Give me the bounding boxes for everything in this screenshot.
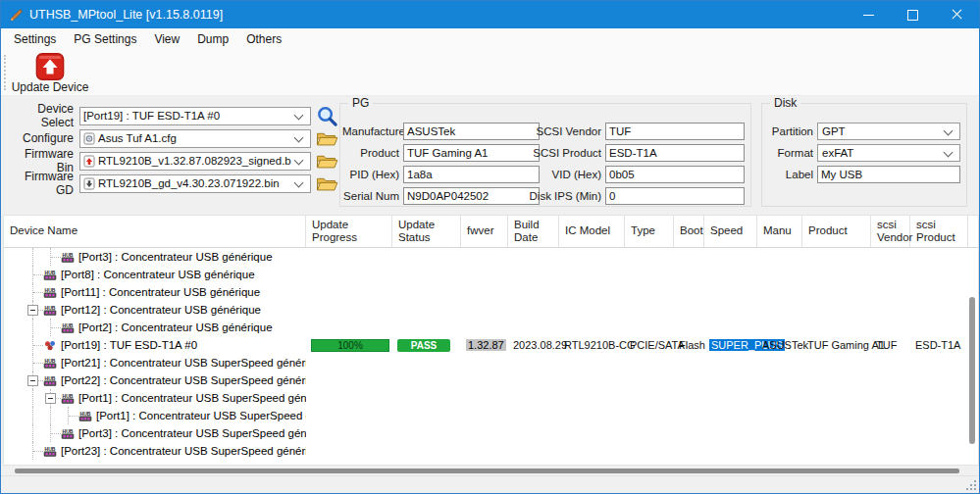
column-header-build-date[interactable]: Build Date — [508, 216, 559, 247]
tree-row[interactable]: HUB[Port12] : Concentrateur USB génériqu… — [4, 301, 978, 319]
device-name-label: [Port22] : Concentrateur USB SuperSpeed … — [61, 374, 306, 386]
close-icon[interactable] — [935, 1, 979, 28]
update-device-button[interactable]: Update Device — [10, 51, 90, 96]
firmware-gd-browse-button[interactable] — [316, 175, 338, 192]
vertical-scrollbar[interactable] — [967, 248, 977, 463]
device-name-label: [Port1] : Concentrateur USB SuperSpeed g… — [96, 410, 306, 421]
tree-row[interactable]: [Port19] : TUF ESD-T1A #0100%PASS1.32.87… — [4, 336, 978, 354]
hub-icon: HUB — [61, 392, 75, 405]
scsi-vendor-field[interactable] — [605, 123, 745, 140]
tree-connector — [69, 416, 78, 417]
device-name-cell: HUB[Port12] : Concentrateur USB génériqu… — [4, 301, 306, 319]
hub-icon: HUB — [43, 374, 57, 387]
hub-icon: HUB — [61, 427, 75, 440]
configure-combo[interactable]: Asus Tuf A1.cfg — [79, 129, 311, 148]
column-header-scsi-vendor[interactable]: scsi Vendor — [871, 216, 910, 247]
maximize-icon[interactable] — [891, 1, 935, 28]
fwver-chip: 1.32.87 — [466, 339, 506, 351]
column-header-manu[interactable]: Manu — [757, 216, 802, 247]
format-combo[interactable]: exFAT — [817, 144, 960, 162]
collapse-expander-icon[interactable] — [27, 375, 38, 386]
menu-item-settings[interactable]: Settings — [5, 28, 65, 50]
tree-connector — [51, 327, 61, 328]
folder-icon — [316, 175, 338, 192]
horizontal-scrollbar-thumb[interactable] — [15, 469, 959, 473]
column-header-fwver[interactable]: fwver — [461, 216, 508, 247]
tree-row[interactable]: HUB[Port3] : Concentrateur USB générique — [4, 248, 978, 266]
configure-label: Configure — [5, 131, 74, 145]
column-header-ic-model[interactable]: IC Model — [559, 216, 625, 247]
tree-line — [32, 319, 33, 336]
device-name-label: [Port8] : Concentrateur USB générique — [61, 269, 255, 280]
menu-item-others[interactable]: Others — [237, 28, 290, 50]
vid-hex-field[interactable] — [605, 166, 745, 183]
device-name-cell: HUB[Port23] : Concentrateur USB SuperSpe… — [4, 442, 306, 460]
tree-indent — [26, 371, 43, 389]
firmware-gd-combo[interactable]: RTL9210B_gd_v4.30.23.071922.bin — [79, 174, 311, 193]
tree-indent — [43, 424, 61, 442]
resize-grip-icon[interactable] — [965, 479, 976, 490]
hub-icon: HUB — [61, 321, 75, 334]
tree-row[interactable]: HUB[Port22] : Concentrateur USB SuperSpe… — [4, 371, 978, 389]
scsi-product-label: SCSI Product — [517, 144, 601, 162]
firmware-bin-browse-button[interactable] — [316, 153, 338, 170]
menu-item-pg-settings[interactable]: PG Settings — [65, 28, 145, 50]
column-header-boot[interactable]: Boot — [674, 216, 704, 247]
device-name-label: [Port19] : TUF ESD-T1A #0 — [61, 339, 197, 351]
column-header-device-name[interactable]: Device Name — [4, 216, 306, 247]
chevron-down-icon — [944, 147, 954, 157]
collapse-expander-icon[interactable] — [27, 305, 38, 316]
tree-row[interactable]: HUB[Port21] : Concentrateur USB SuperSpe… — [4, 354, 978, 371]
firmware-bin-row: Firmware BinRTL9210B_v1.32.87.082923_sig… — [5, 151, 338, 171]
tree-row[interactable]: HUB[Port2] : Concentrateur USB générique — [4, 319, 978, 336]
tree-indent — [26, 301, 43, 319]
column-header-scsi-product[interactable]: scsi Product — [910, 216, 968, 247]
pg-groupbox: PG ManufacturerProductPID (Hex)Serial Nu… — [339, 103, 751, 207]
collapse-expander-icon[interactable] — [45, 393, 56, 404]
chevron-down-icon — [294, 155, 304, 165]
chevron-down-icon — [294, 132, 304, 142]
window-title: UTHSB_MPtool_Lite [v1.15.8.0119] — [29, 8, 223, 22]
svg-text:HUB: HUB — [45, 286, 56, 292]
vertical-scrollbar-thumb[interactable] — [969, 297, 975, 444]
tree-indent — [43, 319, 61, 336]
scsi-product-field[interactable] — [605, 144, 745, 162]
disk-ips-min-field[interactable] — [605, 187, 745, 205]
partition-combo[interactable]: GPT — [817, 123, 960, 140]
device-select-combo[interactable]: [Port19] : TUF ESD-T1A #0 — [79, 107, 311, 125]
tree-row[interactable]: HUB[Port8] : Concentrateur USB générique — [4, 266, 978, 283]
tree-row[interactable]: HUB[Port3] : Concentrateur USB SuperSpee… — [4, 424, 978, 442]
serial-num-label: Serial Num — [342, 187, 399, 205]
horizontal-scrollbar[interactable] — [3, 468, 977, 475]
column-header-update-status[interactable]: Update Status — [392, 216, 461, 247]
column-header-product[interactable]: Product — [802, 216, 871, 247]
menu-item-view[interactable]: View — [145, 28, 188, 50]
minimize-icon[interactable] — [847, 1, 891, 28]
device-name-cell: HUB[Port3] : Concentrateur USB SuperSpee… — [4, 424, 306, 442]
tree-indent — [26, 283, 43, 301]
label-field[interactable] — [817, 166, 960, 183]
update-device-icon — [35, 52, 65, 81]
tree-row[interactable]: HUB[Port23] : Concentrateur USB SuperSpe… — [4, 442, 978, 460]
disk-ips-min-label: Disk IPS (Min) — [517, 187, 601, 205]
device-select-value: [Port19] : TUF ESD-T1A #0 — [83, 110, 291, 122]
device-search-button[interactable] — [316, 105, 338, 127]
tree-row[interactable]: HUB[Port1] : Concentrateur USB SuperSpee… — [4, 389, 978, 407]
column-header-type[interactable]: Type — [625, 216, 674, 247]
configure-browse-button[interactable] — [316, 130, 338, 147]
folder-icon — [316, 130, 338, 147]
tree-row[interactable]: HUB[Port1] : Concentrateur USB SuperSpee… — [4, 407, 978, 424]
tree-indent — [26, 319, 43, 336]
firmware-bin-combo[interactable]: RTL9210B_v1.32.87.082923_signed.bin — [79, 152, 311, 171]
column-header-update-progress[interactable]: Update Progress — [306, 216, 392, 247]
column-header-speed[interactable]: Speed — [704, 216, 757, 247]
tree-row[interactable]: HUB[Port11] : Concentrateur USB génériqu… — [4, 283, 978, 301]
firmware-gd-row: Firmware GDRTL9210B_gd_v4.30.23.071922.b… — [5, 173, 338, 193]
update-status-cell: PASS — [392, 336, 461, 354]
device-name-cell: HUB[Port3] : Concentrateur USB générique — [4, 248, 306, 266]
tree-line — [32, 389, 33, 407]
tree-connector — [33, 345, 43, 346]
device-select-row: Device Select[Port19] : TUF ESD-T1A #0 — [5, 106, 338, 125]
device-name-cell: HUB[Port21] : Concentrateur USB SuperSpe… — [4, 354, 306, 371]
menu-item-dump[interactable]: Dump — [188, 28, 237, 50]
